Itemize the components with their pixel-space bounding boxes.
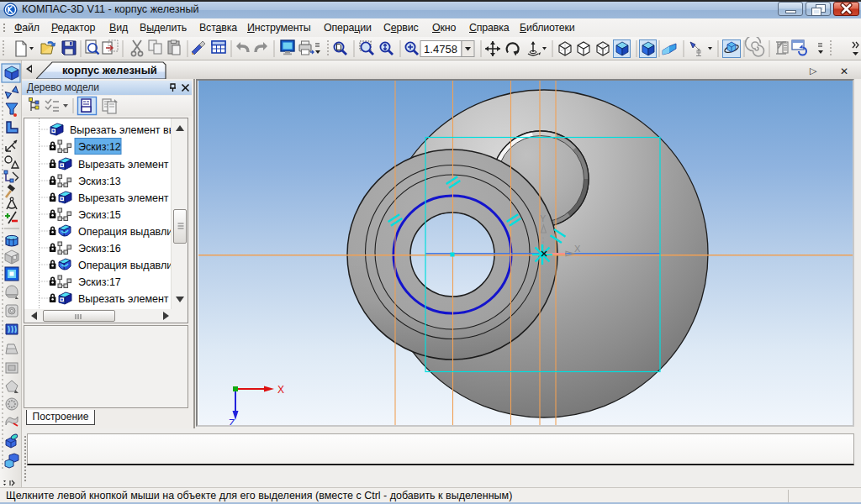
svg-text:Вырезать элемент в: Вырезать элемент в — [78, 192, 171, 204]
svg-text:Вырезать элемент в: Вырезать элемент в — [78, 159, 171, 171]
svg-text:Эскиз:15: Эскиз:15 — [78, 209, 121, 221]
svg-text:Операция выдавлив: Операция выдавлив — [78, 226, 171, 238]
svg-text:Вырезать элемент вы: Вырезать элемент вы — [70, 124, 171, 136]
svg-text:Эскиз:17: Эскиз:17 — [78, 276, 121, 288]
svg-text:Операция выдавлив: Операция выдавлив — [78, 260, 171, 271]
svg-text:Y: Y — [540, 213, 547, 223]
svg-text:Эскиз:13: Эскиз:13 — [78, 176, 121, 187]
svg-text:X: X — [574, 244, 581, 254]
svg-text:Вырезать элемент в: Вырезать элемент в — [78, 293, 171, 305]
svg-text:Эскиз:12: Эскиз:12 — [78, 141, 121, 153]
svg-text:Z: Z — [229, 417, 235, 425]
svg-text:X: X — [277, 384, 284, 396]
svg-text:Эскиз:16: Эскиз:16 — [78, 243, 121, 255]
svg-text:1.4758: 1.4758 — [424, 43, 457, 55]
